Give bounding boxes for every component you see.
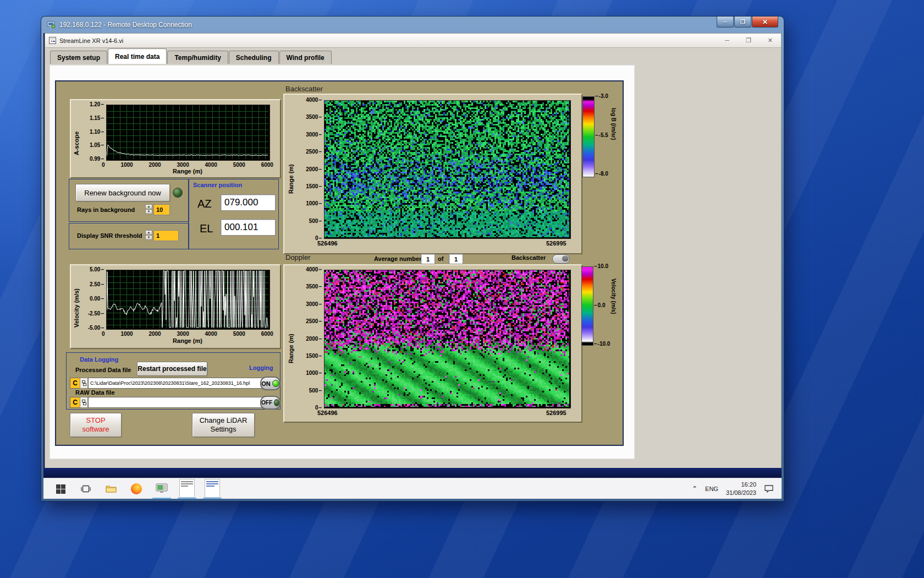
notes-task-button[interactable] <box>203 479 222 499</box>
raw-logging-led <box>274 399 279 406</box>
backscatter-x-start: 526496 <box>317 240 338 247</box>
scan-schedule-task-button[interactable] <box>178 479 196 499</box>
language-indicator[interactable]: ENG <box>705 486 718 492</box>
rdp-session-task-button[interactable] <box>152 479 171 499</box>
raw-drive-selector[interactable]: C <box>70 397 80 408</box>
app-restore-button[interactable]: ❐ <box>746 37 751 44</box>
raw-toggle-label: OFF <box>261 400 272 406</box>
file-explorer-button[interactable] <box>102 479 120 498</box>
doppler-title: Doppler <box>285 253 311 261</box>
tab-wind-profile[interactable]: Wind profile <box>279 51 332 64</box>
velocity-trace <box>107 270 268 328</box>
stop-line2: software <box>82 425 109 434</box>
lidar-panel: A-scope 1.201.151.101.050.99 01000200030… <box>55 80 624 446</box>
processed-logging-led <box>272 380 279 387</box>
data-logging-group: Data Logging Processed Data file Restart… <box>66 352 280 410</box>
doppler-y-axis-label: Range (m) <box>288 319 294 363</box>
rays-in-background-label: Rays in background <box>77 206 135 213</box>
tab-temp-humidity[interactable]: Temp/humidity <box>167 51 228 64</box>
rdp-title-text: 192.168.0.122 - Remote Desktop Connectio… <box>59 21 192 29</box>
ascope-plot <box>106 105 270 161</box>
raw-browse-button[interactable] <box>80 397 88 408</box>
doppler-x-end: 526995 <box>546 410 566 416</box>
of-label: of <box>438 255 443 262</box>
tab-real-time-data[interactable]: Real time data <box>108 48 167 64</box>
clock-time: 16:20 <box>726 481 756 489</box>
background-status-led <box>173 188 183 198</box>
notes-doc-icon <box>205 479 220 498</box>
az-value-field: 079.000 <box>221 194 276 211</box>
raw-logging-toggle[interactable]: OFF <box>260 396 280 410</box>
ascope-plot-frame: A-scope 1.201.151.101.050.99 01000200030… <box>70 99 281 178</box>
notification-center-icon[interactable] <box>764 484 774 493</box>
rdp-minimize-button[interactable]: ─ <box>717 17 734 28</box>
doppler-y-ticks: 40003500300025002000150010005000 <box>298 266 322 411</box>
change-lidar-settings-button[interactable]: Change LiDAR Settings <box>192 413 255 437</box>
snr-threshold-label: Display SNR threshold <box>77 232 142 239</box>
rdp-titlebar[interactable]: 192.168.0.122 - Remote Desktop Connectio… <box>41 17 784 33</box>
tab-scheduling[interactable]: Scheduling <box>229 51 279 64</box>
stop-line1: STOP <box>86 416 105 425</box>
el-value-field: 000.101 <box>221 219 276 236</box>
backscatter-x-end: 526995 <box>546 240 566 247</box>
rays-spinner[interactable]: ▲▼ <box>145 204 152 214</box>
stop-software-button[interactable]: STOP software <box>70 413 122 437</box>
tray-chevron[interactable]: ⌃ <box>692 485 697 493</box>
tab-strip: System setup Real time data Temp/humidit… <box>45 48 781 64</box>
backscatter-y-axis-label: Range (m) <box>288 150 294 194</box>
ascope-x-ticks: 0100020003000400050006000 <box>102 162 273 168</box>
processed-data-file-label: Processed Data file <box>75 367 131 373</box>
processed-browse-button[interactable] <box>80 378 88 389</box>
doppler-colorbar-label: Velocity (m/s) <box>610 279 617 334</box>
clock-date: 31/08/2023 <box>726 489 756 497</box>
velocity-y-axis-label: Velocity (m/s) <box>73 275 80 328</box>
change-settings-line1: Change LiDAR <box>200 416 248 425</box>
snr-group: Display SNR threshold ▲▼ 1 <box>69 223 189 249</box>
doppler-colorbar <box>581 266 593 346</box>
browse-icon <box>82 380 86 386</box>
app-close-button[interactable]: ✕ <box>768 37 773 44</box>
average-total-field[interactable]: 1 <box>449 254 463 264</box>
background-group: Renew background now Rays in background … <box>69 179 189 222</box>
backscatter-display-toggle[interactable] <box>552 254 570 264</box>
rdp-close-button[interactable]: ✕ <box>752 17 778 28</box>
snr-value-field[interactable]: 1 <box>153 230 179 241</box>
task-view-button[interactable] <box>76 479 95 498</box>
ascope-x-axis-label: Range (m) <box>106 168 269 175</box>
app-window: StreamLine XR v14-6.vi ─ ❐ ✕ System setu… <box>45 33 782 469</box>
processed-logging-toggle[interactable]: ON <box>260 377 280 390</box>
browse-icon <box>82 400 86 405</box>
backscatter-toggle-label: Backscatter <box>512 254 546 261</box>
processed-path-field[interactable]: C:\Lidar\Data\Proc\2023\202308\20230831\… <box>88 378 262 389</box>
processed-toggle-label: ON <box>261 380 271 387</box>
ascope-y-axis-label: A-scope <box>73 117 80 155</box>
raw-path-field[interactable] <box>88 397 262 408</box>
labview-vi-icon <box>49 37 56 44</box>
average-number-field[interactable]: 1 <box>421 254 435 264</box>
velocity-x-ticks: 0100020003000400050006000 <box>102 331 273 337</box>
processed-drive-selector[interactable]: C <box>70 378 80 389</box>
app-minimize-button[interactable]: ─ <box>725 37 729 44</box>
logging-label: Logging <box>249 364 273 371</box>
backscatter-colorbar-ticks: -3.0-5.5-8.0 <box>595 93 608 177</box>
tab-system-setup[interactable]: System setup <box>50 51 107 64</box>
restart-processed-file-button[interactable]: Restart processed file <box>137 362 207 376</box>
firefox-button[interactable] <box>127 479 146 498</box>
snr-spinner[interactable]: ▲▼ <box>145 230 152 240</box>
app-titlebar[interactable]: StreamLine XR v14-6.vi ─ ❐ ✕ <box>45 34 781 48</box>
backscatter-colorbar-label: log B (/m/sr) <box>610 108 617 163</box>
rays-value-field[interactable]: 10 <box>153 204 170 215</box>
backscatter-heatmap-canvas <box>324 101 569 237</box>
scan-schedule-doc-icon <box>179 479 195 498</box>
scanner-position-group: Scanner position AZ 079.000 EL 000.101 <box>188 179 279 249</box>
rdp-window: 192.168.0.122 - Remote Desktop Connectio… <box>41 17 784 501</box>
velocity-plot-frame: Velocity (m/s) 5.002.500.00-2.50-5.00 01… <box>70 264 281 349</box>
remote-taskbar: ⌃ ENG 16:20 31/08/2023 <box>43 478 782 499</box>
change-settings-line2: Settings <box>211 425 237 434</box>
doppler-x-start: 526496 <box>317 410 338 416</box>
taskbar-clock[interactable]: 16:20 31/08/2023 <box>726 481 756 497</box>
monitor-icon <box>156 483 168 493</box>
start-button[interactable] <box>51 479 70 498</box>
rdp-restore-button[interactable]: ❐ <box>734 17 751 28</box>
renew-background-button[interactable]: Renew background now <box>75 184 170 201</box>
